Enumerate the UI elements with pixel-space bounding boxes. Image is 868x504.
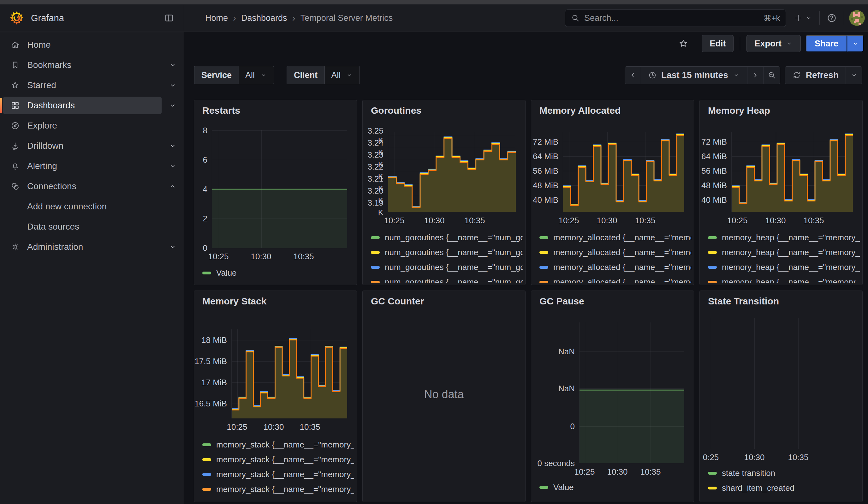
search-box[interactable]: ⌘+k (565, 10, 786, 27)
panel-title[interactable]: Memory Heap (708, 105, 770, 116)
sidebar-link-connections[interactable]: Connections (3, 177, 162, 195)
legend-label: memory_stack {__name__="memory_s (216, 455, 354, 464)
time-forward-button[interactable] (747, 66, 764, 84)
refresh-button[interactable]: Refresh (785, 66, 846, 84)
x-axis-label: 10:35 (788, 453, 808, 462)
legend-marker (708, 251, 717, 254)
chevron-down-icon (785, 40, 793, 48)
legend-marker (539, 266, 548, 269)
share-dropdown-button[interactable] (847, 35, 864, 52)
search-input[interactable] (584, 13, 759, 23)
chart-plot-area[interactable] (563, 132, 684, 212)
sidebar-link-home[interactable]: Home (3, 36, 184, 54)
legend-item[interactable]: shard_item_created (708, 483, 860, 493)
legend-item[interactable]: num_goroutines {__name__="num_go (371, 262, 523, 272)
legend-item[interactable]: memory_stack {__name__="memory_s (202, 454, 354, 465)
avatar[interactable] (849, 10, 865, 26)
sidebar-link-bookmarks[interactable]: Bookmarks (3, 56, 162, 74)
panel-title[interactable]: State Transition (708, 296, 779, 307)
expand-toggle-collapse[interactable] (162, 177, 184, 195)
panel-title[interactable]: Memory Allocated (539, 105, 621, 116)
y-axis-label: 17 MiB (194, 378, 227, 388)
chart-plot-area[interactable] (231, 329, 347, 419)
client-filter-label: Client (287, 66, 324, 84)
sidebar-link-administration[interactable]: Administration (3, 238, 162, 256)
legend-marker (708, 281, 717, 283)
client-filter-value[interactable]: All (324, 66, 360, 84)
favorite-star-icon[interactable] (678, 38, 689, 49)
expand-toggle-expand[interactable] (162, 238, 184, 256)
legend-item[interactable]: num_goroutines {__name__="num_go (371, 277, 523, 282)
clock-icon (648, 71, 657, 80)
export-button[interactable]: Export (746, 35, 801, 52)
legend-item[interactable]: memory_allocated {__name__="memo (539, 277, 691, 282)
zoom-out-button[interactable] (764, 66, 780, 84)
legend-item[interactable]: memory_heap {__name__="memory_h (708, 262, 860, 272)
expand-toggle-expand[interactable] (162, 137, 184, 155)
legend-item[interactable]: memory_allocated {__name__="memo (539, 232, 691, 243)
sidebar-sublink-data-sources[interactable]: Data sources (3, 218, 184, 236)
breadcrumb-dashboards[interactable]: Dashboards (241, 13, 287, 23)
legend-item[interactable]: state transition (708, 468, 860, 479)
y-axis-label: 0 (194, 243, 207, 253)
legend-item[interactable]: num_goroutines {__name__="num_go (371, 247, 523, 258)
dock-sidebar-icon[interactable] (164, 13, 174, 23)
chart-plot-area[interactable] (731, 132, 852, 212)
panel-title[interactable]: Goroutines (371, 105, 421, 116)
sidebar-link-dashboards[interactable]: Dashboards (3, 96, 162, 114)
chevron-down-icon (851, 40, 859, 48)
legend-item[interactable]: num_goroutines {__name__="num_go (371, 232, 523, 243)
expand-toggle-expand[interactable] (162, 157, 184, 175)
panel-title[interactable]: Memory Stack (202, 296, 266, 307)
service-filter-value[interactable]: All (239, 66, 274, 84)
legend-item[interactable]: Value (539, 482, 691, 493)
legend-item[interactable]: memory_allocated {__name__="memo (539, 262, 691, 272)
x-axis-label: 0:25 (703, 453, 719, 462)
panel-title[interactable]: GC Counter (371, 296, 424, 307)
search-icon (571, 13, 580, 22)
chevron-down-icon (345, 71, 353, 79)
y-axis-label: 64 MiB (700, 152, 727, 161)
panel-title[interactable]: GC Pause (539, 296, 584, 307)
y-axis-bottom-label: 0 seconds (531, 459, 575, 468)
legend-item[interactable]: memory_stack {__name__="memory_s (202, 469, 354, 480)
sidebar-link-alerting[interactable]: Alerting (3, 157, 162, 175)
help-button[interactable] (825, 11, 839, 25)
refresh-interval-button[interactable] (846, 66, 862, 84)
grafana-logo[interactable] (9, 11, 24, 25)
legend-marker (371, 266, 380, 269)
chart-plot-area[interactable] (212, 131, 347, 248)
edit-button[interactable]: Edit (702, 35, 734, 52)
x-axis-label: 10:35 (635, 216, 655, 225)
sidebar-link-drilldown[interactable]: Drilldown (3, 137, 162, 155)
expand-toggle-expand[interactable] (162, 56, 184, 74)
legend-item[interactable]: memory_heap {__name__="memory_h (708, 247, 860, 258)
sidebar-link-starred[interactable]: Starred (3, 76, 162, 94)
bookmark-icon (3, 60, 27, 70)
y-axis-label: 40 MiB (700, 195, 727, 205)
breadcrumb-home[interactable]: Home (205, 13, 228, 23)
sidebar-sublink-add-new-connection[interactable]: Add new connection (3, 198, 184, 215)
panel-title[interactable]: Restarts (202, 105, 240, 116)
share-button[interactable]: Share (806, 35, 847, 52)
legend-item[interactable]: memory_stack {__name__="memory_s (202, 439, 354, 450)
expand-toggle-expand[interactable] (162, 76, 184, 94)
time-back-button[interactable] (624, 66, 641, 84)
legend-item[interactable]: memory_stack {__name__="memory_s (202, 484, 354, 495)
legend-item[interactable]: memory_allocated {__name__="memo (539, 247, 691, 258)
y-axis-label: NaN (531, 347, 575, 357)
expand-toggle-expand[interactable] (162, 96, 184, 114)
time-range-picker[interactable]: Last 15 minutes (641, 66, 747, 84)
zoom-out-icon (767, 71, 776, 80)
legend-item[interactable]: memory_heap {__name__="memory_h (708, 232, 860, 243)
chart-plot-area[interactable] (706, 318, 852, 449)
sidebar-link-explore[interactable]: Explore (3, 117, 184, 134)
legend-item[interactable]: memory_heap {__name__="memory_h (708, 277, 860, 282)
chart-plot-area[interactable] (388, 132, 515, 212)
chart-plot-area[interactable] (579, 322, 684, 463)
add-new-button[interactable] (792, 11, 814, 25)
panel-state-transition: State Transition0:2510:3010:35state tran… (700, 290, 862, 502)
legend-item[interactable]: Value (202, 267, 354, 278)
client-filter: Client All (287, 66, 360, 84)
legend-marker (202, 271, 211, 275)
